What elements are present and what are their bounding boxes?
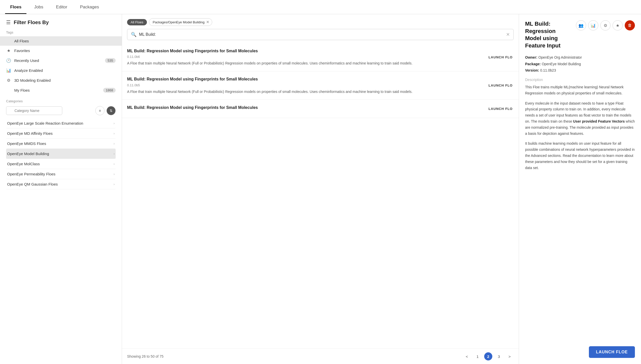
floe-title: ML Build: Regression Model using Fingerp…: [127, 48, 483, 54]
my-floes-label: My Floes: [14, 88, 30, 92]
pagination-prev[interactable]: <: [463, 352, 471, 360]
detail-version-row: Version: 0.11.0b23: [525, 67, 635, 74]
my-floes-badge: 1868: [103, 88, 116, 93]
analyze-icon: 📊: [6, 68, 11, 73]
delete-action-button[interactable]: 🗑: [625, 20, 635, 30]
category-item-md-affinity[interactable]: OpenEye MD Affinity Floes ›: [6, 128, 116, 139]
category-label: OpenEye MD Affinity Floes: [7, 131, 53, 136]
floe-info: ML Build: Regression Model using Fingerp…: [127, 76, 483, 94]
chart-icon: 📊: [591, 23, 596, 28]
clear-search-icon[interactable]: ✕: [506, 32, 510, 37]
category-item-permeability[interactable]: OpenEye Permeability Floes ›: [6, 169, 116, 179]
tab-editor[interactable]: Editor: [51, 1, 72, 14]
floe-version: 0.11.0b6: [127, 55, 483, 59]
pagination-page-3[interactable]: 3: [495, 352, 503, 360]
floe-list: ML Build: Regression Model using Fingerp…: [122, 43, 519, 349]
floe-version: 0.11.0b5: [127, 83, 483, 87]
chevron-right-icon: ›: [114, 142, 115, 145]
launch-floe-small-button[interactable]: LAUNCH FLO: [487, 105, 514, 113]
search-icon: 🔍: [131, 32, 136, 37]
pagination-next[interactable]: >: [506, 352, 514, 360]
owner-label: Owner:: [525, 55, 537, 59]
detail-owner-row: Owner: OpenEye Org Administrator: [525, 54, 635, 61]
launch-floe-small-button[interactable]: LAUNCH FLO: [487, 81, 514, 89]
analyze-label: Analyze Enabled: [14, 68, 43, 73]
detail-description-1: This Floe trains multiple ML(machine lea…: [525, 84, 635, 96]
main-layout: ☰ Filter Floes By Tags All Floes ★ Favor…: [0, 14, 641, 364]
floe-info: ML Build: Regression Model using Fingerp…: [127, 105, 483, 112]
chart-action-button[interactable]: 📊: [588, 20, 598, 30]
share-icon: ⚙: [604, 23, 607, 28]
floe-item[interactable]: ML Build: Regression Model using Fingerp…: [122, 71, 519, 100]
detail-title: ML Build: Regression Model using Feature…: [525, 20, 572, 49]
people-icon: 👥: [578, 23, 584, 28]
detail-header: ML Build: Regression Model using Feature…: [525, 20, 635, 49]
star-icon: ★: [6, 48, 11, 53]
sidebar-item-3d-modeling[interactable]: ⚙ 3D Modeling Enabled: [0, 75, 122, 85]
sidebar-item-favorites[interactable]: ★ Favorites: [0, 46, 122, 56]
detail-description-3: It builds machine learning models on use…: [525, 141, 635, 171]
sidebar-item-analyze-enabled[interactable]: 📊 Analyze Enabled: [0, 65, 122, 75]
pagination-row: Showing 26 to 50 of 75 < 1 2 3 >: [122, 349, 519, 364]
tab-floes[interactable]: Floes: [5, 1, 26, 14]
category-item-molclass[interactable]: OpenEye MolClass ›: [6, 159, 116, 169]
tags-label: Tags: [0, 30, 122, 36]
category-label: OpenEye MMDS Floes: [7, 141, 46, 146]
sidebar-item-all-floes[interactable]: All Floes: [0, 36, 122, 46]
top-navigation: Floes Jobs Editor Packages: [0, 0, 641, 14]
all-floes-chip[interactable]: All Floes: [127, 19, 147, 25]
floe-desc: A Floe that train multiple Neural Networ…: [127, 89, 483, 94]
sidebar-item-recently-used[interactable]: 🕐 Recently Used 535: [0, 56, 122, 65]
launch-floe-button[interactable]: LAUNCH FLOE: [589, 346, 635, 358]
category-list: OpenEye Large Scale Reaction Enumeration…: [6, 118, 116, 189]
all-floes-label: All Floes: [14, 39, 29, 43]
category-search-input[interactable]: [6, 106, 62, 115]
category-item-model-building[interactable]: OpenEye Model Building ›: [6, 149, 116, 159]
search-bar: 🔍 ✕: [127, 29, 514, 40]
favorite-action-button[interactable]: ★: [613, 20, 623, 30]
star-icon: ★: [616, 23, 619, 28]
detail-panel: ML Build: Regression Model using Feature…: [519, 14, 641, 364]
floe-title: ML Build: Regression Model using Fingerp…: [127, 105, 483, 110]
category-item-large-scale[interactable]: OpenEye Large Scale Reaction Enumeration…: [6, 118, 116, 128]
modeling-icon: ⚙: [6, 78, 11, 83]
tab-packages[interactable]: Packages: [75, 1, 104, 14]
category-label: OpenEye Large Scale Reaction Enumeration: [7, 121, 83, 125]
filter-chips: All Floes Packages/OpenEye Model Buildin…: [122, 14, 519, 26]
share-action-button[interactable]: ⚙: [600, 20, 611, 30]
chevron-right-icon: ›: [114, 162, 115, 166]
category-label: OpenEye Permeability Floes: [7, 172, 55, 176]
floe-item[interactable]: ML Build: Regression Model using Fingerp…: [122, 100, 519, 118]
categories-header: Categories: [6, 99, 116, 103]
tab-jobs[interactable]: Jobs: [29, 1, 48, 14]
sort-toggle-button[interactable]: ⇅: [106, 106, 116, 115]
pagination-page-1[interactable]: 1: [474, 352, 482, 360]
sidebar-header: ☰ Filter Floes By: [0, 19, 122, 30]
trash-icon: 🗑: [628, 23, 632, 28]
people-action-button[interactable]: 👥: [576, 20, 586, 30]
category-label: OpenEye Model Building: [7, 152, 49, 156]
favorites-label: Favorites: [14, 48, 30, 53]
launch-floe-small-button[interactable]: LAUNCH FLO: [487, 53, 514, 61]
version-label: Version:: [525, 68, 539, 72]
category-item-qm-gaussian[interactable]: OpenEye QM Gaussian Floes ›: [6, 179, 116, 189]
package-value: OpenEye Model Building: [542, 62, 581, 66]
description-label: Description: [525, 78, 635, 82]
floe-item[interactable]: ML Build: Regression Model using Fingerp…: [122, 43, 519, 71]
pagination-page-2[interactable]: 2: [484, 352, 492, 360]
package-label: Package:: [525, 62, 541, 66]
floe-desc: A Floe that train multiple Neural Networ…: [127, 61, 483, 66]
category-search-row: 🔍 ≡ ⇅: [6, 106, 116, 115]
version-value: 0.11.0b23: [540, 68, 556, 72]
model-building-chip[interactable]: Packages/OpenEye Model Building ✕: [149, 18, 212, 26]
category-label: OpenEye MolClass: [7, 162, 40, 166]
feature-vectors-bold: User provided Feature Vectors: [573, 119, 625, 123]
detail-description-2: Every molecule in the input dataset need…: [525, 101, 635, 137]
chevron-right-icon: ›: [114, 152, 115, 156]
chevron-right-icon: ›: [114, 121, 115, 125]
category-item-mmds[interactable]: OpenEye MMDS Floes ›: [6, 139, 116, 149]
sort-ascending-button[interactable]: ≡: [95, 106, 104, 115]
chip-remove-icon[interactable]: ✕: [206, 20, 209, 24]
sidebar-item-my-floes[interactable]: My Floes 1868: [0, 85, 122, 95]
search-input[interactable]: [139, 32, 503, 37]
